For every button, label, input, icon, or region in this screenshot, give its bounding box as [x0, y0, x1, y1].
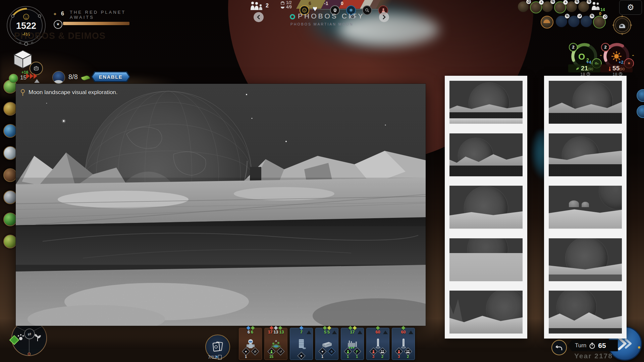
temperature-value-row: 55|90	[600, 64, 633, 72]
milestone-rank: 6	[61, 11, 64, 17]
previous-city-button[interactable]	[254, 12, 264, 22]
card-rocket[interactable]: 60 3 2	[366, 328, 389, 360]
cost-icon	[353, 326, 357, 330]
svg-text:O: O	[578, 52, 585, 62]
enable-button[interactable]: ENABLE	[91, 71, 130, 82]
undo-button[interactable]	[551, 340, 567, 355]
resource-orb-strip	[3, 80, 17, 257]
project-lander-icon[interactable]: ↺	[568, 16, 580, 27]
population-value: 2	[266, 3, 269, 9]
moon-landscape-viewer[interactable]: Moon landscape visual exploration.	[16, 84, 426, 326]
warning-icon	[307, 330, 311, 334]
thermometer-icon	[608, 66, 611, 71]
thumbnail-photo[interactable]	[549, 186, 622, 229]
perk-crater-icon[interactable]: %	[578, 1, 589, 12]
cost-icon	[278, 326, 282, 330]
card-glyph-icon	[218, 355, 222, 360]
heart-icon: ♥	[245, 350, 247, 353]
perk-crew-icon[interactable]	[590, 1, 601, 12]
temperature-gauge[interactable]: 2 ⌃ ☀ +2 55|90 18	[600, 41, 633, 78]
thumbnail-photo[interactable]	[449, 291, 523, 334]
project-arm-icon[interactable]: %	[556, 16, 567, 27]
deck-count: 7/12	[208, 355, 222, 360]
card-colonist[interactable]: 66 ♥1 ⚙	[239, 328, 262, 360]
rock-resource-icon[interactable]	[3, 190, 17, 204]
turn-value: 65	[598, 342, 606, 350]
perk-path-icon[interactable]: %	[566, 1, 577, 12]
next-city-button[interactable]	[379, 12, 389, 22]
perk-fauna-icon[interactable]: %	[542, 1, 553, 12]
trade-exchange-icon[interactable]: ⇄	[24, 328, 35, 339]
person-icon	[270, 350, 273, 353]
project-crater-icon[interactable]: ⛭	[593, 16, 606, 28]
water-resource-icon[interactable]	[3, 124, 17, 138]
cycle-icon: ↺	[279, 350, 282, 353]
thumbnail-photo[interactable]	[449, 133, 523, 176]
cost-icon	[327, 326, 331, 330]
power-resource-icon[interactable]	[3, 102, 17, 116]
gear-icon: ⚙	[254, 350, 256, 353]
up-arrow-icon: ⌃	[632, 54, 635, 59]
project-dome-icon[interactable]	[541, 16, 553, 28]
milestone-title: THE RED PLANET AWAITS	[70, 10, 126, 20]
perk-growth-icon[interactable]: +	[530, 1, 542, 13]
card-rocket[interactable]: 60 3 2	[392, 328, 415, 360]
cost-icon	[274, 326, 278, 330]
soil-resource-icon[interactable]	[3, 168, 17, 182]
colony-dome-icon[interactable]	[52, 71, 65, 84]
crew-gold-count: 0	[599, 11, 601, 16]
region-title: PHOBOS & DEIMOS	[14, 31, 106, 41]
settings-button[interactable]: ⚙	[619, 0, 642, 15]
oxygen-gauge[interactable]: O 2 2 ⌃ O₂ +4 21|90 18	[568, 41, 600, 78]
thumbnail-photo[interactable]	[449, 81, 523, 124]
water-cost-icon	[299, 326, 304, 330]
project-water-icon[interactable]: %	[581, 16, 592, 27]
card-factory[interactable]: 17 1 1	[341, 328, 364, 360]
cost-icon	[269, 326, 274, 330]
colonist-capacity: 8/8	[68, 73, 78, 81]
oxygen-badge: 2	[569, 43, 578, 52]
milestone-progress-bar	[63, 22, 129, 25]
leaf-icon	[81, 74, 91, 81]
city-status-dot	[290, 14, 295, 19]
deaths-value: 0	[341, 1, 343, 6]
gear-icon: ⚙	[627, 3, 634, 12]
tower-art	[290, 338, 313, 350]
perk-icon[interactable]: ⛭	[518, 1, 529, 12]
thumbnail-photo[interactable]	[549, 291, 622, 334]
people-icon	[406, 350, 410, 353]
supply-ratios[interactable]: 1/2 4/9	[280, 1, 292, 9]
warning-icon	[409, 330, 413, 334]
card-habitat[interactable]: 55 ♥1 ↻	[315, 328, 338, 360]
visibility-eye-icon[interactable]	[348, 14, 357, 21]
cost-icon	[323, 326, 327, 330]
plant-icon	[34, 334, 41, 341]
undo-arrow-icon	[555, 344, 563, 351]
ice-resource-icon[interactable]	[3, 146, 17, 160]
plant-resource-icon[interactable]	[3, 235, 17, 248]
biomass-resource-icon[interactable]	[3, 213, 17, 226]
person-icon	[397, 350, 400, 353]
astronaut-art	[239, 338, 262, 350]
heart-icon: ♥	[321, 350, 323, 353]
chevron-icon	[34, 73, 37, 79]
bowl-icon	[280, 5, 285, 9]
thumbnail-photo[interactable]	[549, 133, 622, 176]
card-park[interactable]: 171313 15 ↺	[264, 328, 287, 360]
gold-dot	[638, 346, 640, 349]
park-art	[265, 338, 287, 350]
thumbnail-photo[interactable]	[449, 186, 523, 229]
population-stat[interactable]: 2	[250, 1, 269, 10]
oxygen-value-row: 21|90	[568, 64, 600, 72]
faction-emblem-button[interactable]	[612, 15, 633, 36]
thumbnail-photo[interactable]	[549, 238, 622, 281]
rocket-art	[392, 338, 415, 350]
card-tower[interactable]: 7 ♥	[290, 328, 313, 360]
person-icon	[372, 350, 375, 353]
thumbnail-photo[interactable]	[549, 81, 622, 124]
cost-icon	[401, 326, 406, 330]
cost-icon	[348, 326, 353, 330]
thumbnail-photo[interactable]	[449, 238, 523, 281]
turn-label: Turn	[575, 342, 586, 349]
perk-energy-icon[interactable]: +	[554, 1, 566, 13]
